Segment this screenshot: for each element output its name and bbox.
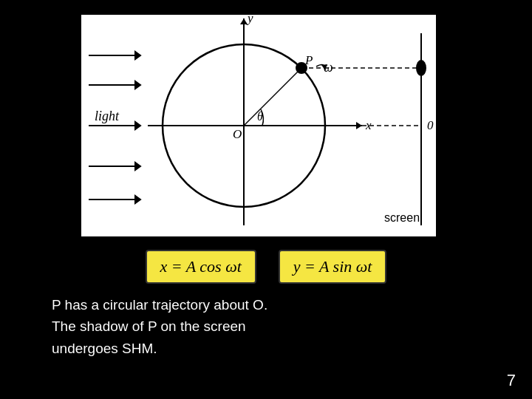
equation-y-text: y = A sin ωt bbox=[293, 257, 372, 276]
description-line1: P has a circular trajectory about O. bbox=[52, 294, 510, 316]
equations-row: x = A cos ωt y = A sin ωt bbox=[0, 250, 532, 284]
slide: light O x y P ω bbox=[0, 0, 532, 399]
description-area: P has a circular trajectory about O. The… bbox=[22, 294, 510, 359]
origin-label: O bbox=[233, 127, 242, 141]
equation-x: x = A cos ωt bbox=[146, 250, 256, 284]
svg-marker-24 bbox=[443, 68, 451, 74]
y-axis-label: y bbox=[246, 11, 253, 25]
page-number: 7 bbox=[507, 371, 516, 390]
diagram-svg: light O x y P ω bbox=[44, 11, 488, 240]
light-label: light bbox=[95, 109, 120, 123]
screen-zero-label: 0 bbox=[427, 118, 434, 132]
equation-y: y = A sin ωt bbox=[279, 250, 387, 284]
description-line3: undergoes SHM. bbox=[52, 338, 510, 359]
amplitude-label: A bbox=[450, 89, 460, 104]
diagram-area: light O x y P ω bbox=[37, 7, 495, 244]
svg-marker-25 bbox=[443, 120, 451, 126]
equation-x-text: x = A cos ωt bbox=[160, 257, 242, 276]
point-p-label: P bbox=[304, 53, 313, 67]
description-line2: The shadow of P on the screen bbox=[52, 316, 510, 337]
svg-point-22 bbox=[416, 60, 426, 76]
screen-label: screen bbox=[384, 211, 420, 224]
